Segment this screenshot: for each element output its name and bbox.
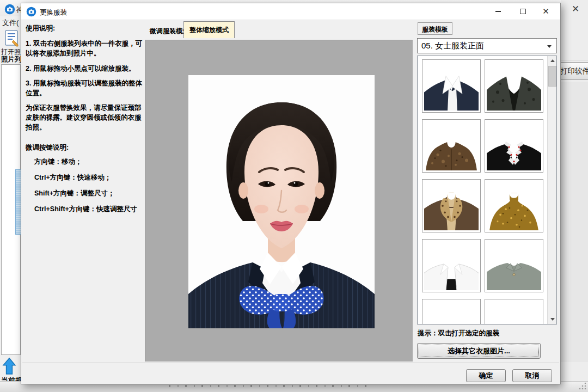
scroll-up-icon[interactable]	[548, 56, 557, 65]
photo-list-panel[interactable]	[1, 64, 21, 355]
resize-grip-icon[interactable]	[578, 382, 587, 390]
clothing-thumbnail-gold-sequin-turtleneck[interactable]	[485, 179, 543, 232]
dropdown-selected-value: 05. 女士服装正面	[421, 41, 484, 51]
maximize-icon	[520, 9, 526, 14]
up-arrow-icon[interactable]	[2, 357, 17, 376]
minimize-button[interactable]	[490, 5, 506, 17]
key-hint-2: Ctrl+方向键：快速移动；	[34, 173, 143, 182]
screen: 神 文件( 打开照 照片列 当前规 ✕ 打印软件	[0, 0, 588, 392]
clothing-thumbnail-white-jacket-black-top[interactable]	[422, 239, 481, 292]
scrollbar[interactable]	[547, 56, 556, 324]
footer-divider	[22, 362, 559, 363]
key-hint-1: 方向键：移动；	[34, 157, 143, 167]
dialog-titlebar[interactable]	[21, 3, 560, 20]
menu-file[interactable]: 文件(	[2, 18, 19, 28]
clothing-thumbnail-black-top-ruffle-collar[interactable]	[485, 119, 543, 173]
statusbar-clipped-text	[169, 385, 370, 387]
choose-other-clothing-button[interactable]: 选择其它衣服图片...	[417, 343, 541, 359]
template-category-dropdown[interactable]: 05. 女士服装正面	[417, 38, 557, 53]
clothing-thumbnail-white-top-partial[interactable]	[422, 299, 481, 324]
clothing-thumbnail-navy-suit-white-collar[interactable]	[422, 59, 481, 113]
tab-overall-zoom-mode[interactable]: 整体缩放模式	[183, 21, 235, 38]
keys-heading: 微调按键说明:	[26, 143, 145, 152]
instruction-item-2: 2. 用鼠标拖动小黑点可以缩放服装。	[26, 64, 145, 74]
cancel-button[interactable]: 取消	[512, 369, 552, 382]
scroll-down-icon[interactable]	[548, 315, 557, 324]
instruction-item-3: 3. 用鼠标拖动服装可以调整服装的整体位置。	[26, 78, 145, 98]
minimize-icon	[495, 11, 501, 12]
background-close-button[interactable]: ✕	[566, 2, 585, 16]
instruction-note: 为保证衣服替换效果，请尽量保证颈部皮肤的裸露。建议穿圆领或低领的衣服拍照。	[26, 103, 145, 132]
photo-list-label: 照片列	[1, 55, 22, 64]
clothing-thumbnail-bronze-brocade-top[interactable]	[422, 119, 481, 173]
dialog-title: 更换服装	[40, 8, 67, 17]
key-hint-4: Ctrl+Shift+方向键：快速调整尺寸	[34, 204, 143, 214]
clothing-thumbnail-dark-patterned-jacket[interactable]	[485, 59, 543, 113]
scrollbar-thumb[interactable]	[548, 66, 556, 87]
tab-clothing-templates[interactable]: 服装模板	[418, 22, 452, 35]
maximize-button[interactable]	[515, 5, 531, 17]
background-right-divider	[561, 60, 588, 60]
ok-button[interactable]: 确定	[466, 369, 506, 382]
open-photo-icon[interactable]	[4, 29, 20, 47]
dialog-app-icon	[26, 7, 36, 17]
app-logo-icon	[4, 4, 15, 15]
clothing-template-list[interactable]	[417, 56, 557, 324]
clothing-thumbnail-white-top-partial-2[interactable]	[485, 299, 543, 324]
key-hint-3: Shift+方向键：调整尺寸；	[34, 188, 143, 198]
clothing-thumbnail-brown-fur-collar-jacket[interactable]	[422, 179, 481, 232]
clothing-thumbnail-gray-collared-jacket[interactable]	[485, 239, 543, 292]
tip-text: 提示：双击打开选定的服装	[418, 329, 499, 338]
chevron-down-icon	[547, 45, 552, 48]
instruction-item-1: 1. 双击右侧服装列表中的一件衣服，可以将衣服添加到照片中。	[26, 39, 145, 58]
portrait-photo[interactable]	[188, 75, 375, 328]
close-button[interactable]: ✕	[538, 5, 554, 17]
instructions-heading: 使用说明:	[26, 23, 145, 33]
change-clothing-dialog: 更换服装 ✕ 使用说明: 1. 双击右侧服装列表中的一件衣服，可以将衣服添加到照…	[21, 3, 561, 384]
background-right-panel	[561, 82, 588, 362]
